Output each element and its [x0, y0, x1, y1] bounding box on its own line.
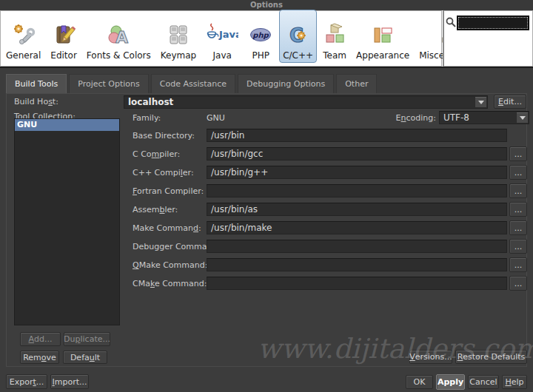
category-label: Fonts & Colors [87, 50, 151, 61]
fortran-compiler-label: Fortran Compiler: [133, 186, 204, 196]
svg-text:php: php [252, 31, 269, 40]
php-icon: php [248, 21, 273, 48]
c-compiler-browse-button[interactable]: ... [509, 146, 527, 161]
cpp-compiler-field[interactable]: /usr/bin/g++ [207, 166, 507, 179]
versions-button[interactable]: Versions... [409, 350, 452, 364]
list-item-gnu[interactable]: GNU [15, 119, 119, 131]
qmake-command-label: QMake Command: [133, 260, 207, 270]
tab-build-tools[interactable]: Build Tools [6, 74, 67, 95]
build-tools-panel: Build Host: Tool Collection: GNU Add... … [6, 93, 527, 367]
search-panel [443, 10, 533, 67]
assembler-field[interactable]: /usr/bin/as [207, 203, 507, 216]
tab-other[interactable]: Other [336, 74, 377, 94]
fortran-compiler-field[interactable] [207, 184, 507, 197]
ok-button[interactable]: OK [406, 375, 433, 389]
appearance-icon [371, 21, 395, 48]
category-php[interactable]: php PHP [244, 10, 277, 63]
category-label: Editor [50, 50, 77, 61]
category-fonts-colors[interactable]: A Fonts & Colors [83, 10, 155, 63]
duplicate-button[interactable]: Duplicate... [64, 332, 110, 346]
base-directory-field[interactable]: /usr/bin [207, 129, 507, 142]
help-button[interactable]: Help [502, 375, 527, 389]
make-command-field[interactable]: /usr/bin/make [207, 221, 507, 234]
cpp-compiler-browse-button[interactable]: ... [509, 165, 527, 180]
cmake-command-browse-button[interactable]: ... [509, 276, 527, 291]
category-label: C/C++ [283, 50, 313, 61]
tab-project-options[interactable]: Project Options [69, 74, 149, 94]
c-compiler-label: C Compiler: [133, 149, 180, 159]
category-label: Java [213, 50, 232, 61]
restore-defaults-button[interactable]: Restore Defaults [455, 350, 527, 364]
cpp-icon: C [286, 21, 310, 48]
cpp-compiler-label: C++ Compiler: [133, 168, 194, 178]
category-cpp[interactable]: C C/C++ [279, 10, 317, 63]
team-icon [323, 21, 346, 48]
cpp-options-tabs: Build Tools Project Options Code Assista… [6, 74, 377, 94]
build-host-combobox[interactable]: localhost [124, 95, 488, 109]
debugger-command-browse-button[interactable]: ... [509, 239, 527, 254]
category-team[interactable]: Team [319, 10, 350, 63]
category-keymap[interactable]: Keymap [157, 10, 200, 63]
default-button[interactable]: Default [63, 351, 107, 364]
search-input[interactable] [457, 16, 529, 30]
tab-debugging-options[interactable]: Debugging Options [238, 74, 334, 94]
category-general[interactable]: General [2, 10, 44, 63]
encoding-label: Encoding: [392, 113, 436, 123]
export-button[interactable]: Export... [6, 374, 47, 389]
fortran-compiler-browse-button[interactable]: ... [509, 183, 527, 198]
general-icon [12, 21, 36, 48]
category-appearance[interactable]: Appearance [352, 10, 413, 63]
cmake-command-field[interactable] [207, 277, 507, 290]
options-category-toolbar: General Editor [0, 10, 533, 68]
assembler-browse-button[interactable]: ... [509, 202, 527, 217]
category-list: General Editor [0, 10, 442, 67]
svg-text:Java: Java [218, 29, 238, 40]
edit-host-button[interactable]: Edit... [494, 95, 526, 109]
encoding-value: UTF-8 [443, 112, 469, 123]
java-icon: Java [206, 21, 238, 48]
editor-icon [52, 21, 76, 48]
category-label: Team [323, 50, 346, 61]
window-title: Options [250, 1, 283, 9]
remove-button[interactable]: Remove [20, 351, 59, 364]
add-button[interactable]: Add... [20, 332, 61, 346]
base-directory-label: Base Directory: [133, 131, 195, 141]
category-editor[interactable]: Editor [47, 10, 81, 63]
cmake-command-label: CMake Command: [133, 279, 207, 288]
import-button[interactable]: Import... [50, 374, 89, 389]
category-label: General [6, 50, 41, 61]
options-dialog: Options General [0, 0, 533, 392]
svg-text:A: A [115, 28, 128, 47]
encoding-combobox[interactable]: UTF-8 [439, 111, 529, 124]
fonts-colors-icon: A [107, 21, 130, 48]
qmake-command-browse-button[interactable]: ... [509, 257, 527, 272]
tab-code-assistance[interactable]: Code Assistance [151, 74, 235, 94]
chevron-down-icon[interactable] [516, 112, 528, 123]
search-icon [446, 17, 456, 30]
family-label: Family: [133, 113, 161, 123]
make-command-browse-button[interactable]: ... [509, 220, 527, 235]
category-label: Appearance [356, 50, 409, 61]
category-label: Keymap [161, 50, 196, 61]
make-command-label: Make Command: [133, 223, 201, 233]
debugger-command-field[interactable] [207, 240, 507, 253]
qmake-command-field[interactable] [207, 258, 507, 271]
apply-button[interactable]: Apply [436, 374, 465, 390]
category-label: PHP [252, 50, 269, 61]
cancel-button[interactable]: Cancel [468, 375, 499, 389]
assembler-label: Assembler: [133, 205, 178, 214]
tool-collection-list[interactable]: GNU [14, 118, 120, 325]
build-host-value: localhost [128, 97, 173, 107]
keymap-icon [167, 21, 190, 48]
build-host-label: Build Host: [14, 97, 58, 107]
category-java[interactable]: Java Java [202, 10, 242, 63]
family-value: GNU [207, 113, 225, 123]
chevron-down-icon[interactable] [475, 97, 486, 107]
c-compiler-field[interactable]: /usr/bin/gcc [207, 147, 507, 160]
